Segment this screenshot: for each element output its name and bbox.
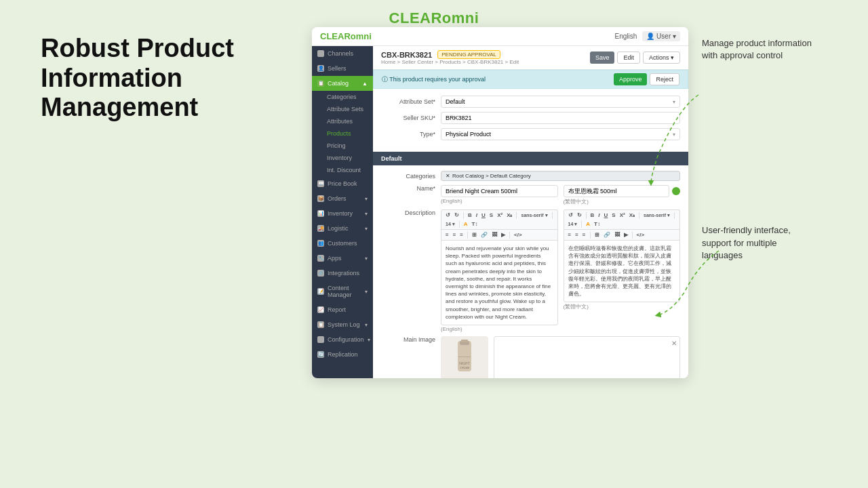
toolbar-zh-strikethrough[interactable]: S — [610, 211, 616, 219]
annotation-top-text: Manage product informationwith approval … — [702, 38, 812, 60]
hero-section: Robust Product Information Management — [41, 34, 298, 123]
toolbar-zh-more[interactable]: T↕ — [593, 220, 601, 228]
sidebar-item-replication[interactable]: 🔄 Replication — [312, 347, 373, 362]
type-input[interactable]: Physical Product ▾ — [441, 128, 680, 140]
hero-title-line2: Information Management — [41, 64, 198, 122]
toolbar-table[interactable]: ⊞ — [471, 231, 478, 239]
toolbar-zh-sep4 — [581, 221, 582, 228]
seller-sku-input[interactable]: BRK3821 — [441, 112, 680, 124]
sidebar-sub-inventory[interactable]: Inventory — [312, 152, 373, 164]
language-selector[interactable]: English — [615, 33, 637, 40]
toolbar-more[interactable]: T↕ — [471, 220, 479, 228]
toolbar-video[interactable]: ▶ — [500, 231, 507, 239]
toolbar-subscript[interactable]: X₂ — [505, 211, 513, 219]
sidebar-item-system-log[interactable]: 📋 System Log ▾ — [312, 317, 373, 332]
toolbar-zh-list1[interactable]: ≡ — [567, 231, 573, 239]
name-en-input[interactable] — [441, 185, 558, 197]
sidebar-item-channels-label: Channels — [328, 50, 353, 57]
toolbar-zh-image[interactable]: 🖼 — [613, 231, 621, 239]
sidebar-item-configuration[interactable]: ⚙ Configuration ▾ — [312, 332, 373, 347]
approve-button[interactable]: Approve — [614, 73, 648, 85]
toolbar-list1[interactable]: ≡ — [444, 231, 450, 239]
actions-label: Actions — [649, 54, 669, 61]
toolbar-zh-link[interactable]: 🔗 — [602, 231, 612, 239]
toolbar-color[interactable]: A — [462, 220, 469, 228]
approval-bar: ⓘ This product requires your approval Ap… — [373, 70, 688, 89]
sidebar-sub-attributes[interactable]: Attributes — [312, 115, 373, 127]
toolbar-strikethrough[interactable]: S — [488, 211, 494, 219]
sidebar-item-report[interactable]: 📈 Report — [312, 302, 373, 317]
toolbar-zh-source[interactable]: </> — [635, 231, 646, 239]
description-en-editor[interactable]: Nourish and rejuvenate your skin while y… — [441, 240, 558, 325]
reject-button[interactable]: Reject — [650, 73, 679, 85]
sidebar-item-sellers[interactable]: 👤 Sellers — [312, 61, 373, 76]
sidebar-item-inventory[interactable]: 📊 Inventory ▾ — [312, 206, 373, 221]
annotation-top: Manage product informationwith approval … — [702, 37, 827, 62]
toolbar-zh-video[interactable]: ▶ — [623, 231, 629, 239]
toolbar-zh-table[interactable]: ⊞ — [593, 231, 601, 239]
orders-arrow: ▾ — [365, 196, 368, 202]
sidebar-item-logistic[interactable]: 🚚 Logistic ▾ — [312, 221, 373, 236]
save-button[interactable]: Save — [590, 52, 615, 64]
attribute-set-arrow: ▾ — [673, 99, 675, 105]
editor-toolbar2-zh: ≡ ≡ ≡ ⊞ 🔗 🖼 ▶ — [564, 229, 681, 240]
sidebar-item-price-book[interactable]: 📖 Price Book — [312, 176, 373, 191]
toolbar-font[interactable]: sans-serif ▾ — [519, 212, 549, 219]
sidebar-item-channels[interactable]: ⊞ Channels — [312, 46, 373, 61]
toolbar-underline[interactable]: U — [480, 211, 487, 219]
sidebar-item-catalog[interactable]: 📋 Catalog ▲ — [312, 76, 373, 91]
user-menu[interactable]: 👤 User ▾ — [642, 31, 680, 41]
remove-category-icon[interactable]: ✕ — [446, 173, 450, 179]
toolbar-redo[interactable]: ↻ — [453, 211, 460, 219]
toolbar-link[interactable]: 🔗 — [479, 231, 489, 239]
toolbar-zh-redo[interactable]: ↻ — [576, 211, 583, 219]
sidebar-item-apps[interactable]: 🔧 Apps ▾ — [312, 251, 373, 266]
sidebar-sub-products[interactable]: Products — [312, 127, 373, 140]
toolbar-sep5 — [467, 232, 468, 239]
sidebar-item-orders[interactable]: 📦 Orders ▾ — [312, 191, 373, 206]
toolbar-italic[interactable]: I — [475, 211, 479, 219]
image-upload-area[interactable]: ✕ — [494, 336, 680, 378]
toolbar-zh-font[interactable]: sans-serif ▾ — [642, 212, 671, 219]
toolbar-image[interactable]: 🖼 — [490, 231, 498, 239]
close-image-icon[interactable]: ✕ — [671, 340, 677, 347]
sidebar-item-price-book-label: Price Book — [328, 180, 357, 187]
toolbar-source[interactable]: </> — [513, 231, 524, 239]
toolbar-list2[interactable]: ≡ — [452, 231, 458, 239]
toolbar-zh-sep2 — [639, 212, 639, 219]
toolbar-undo[interactable]: ↺ — [444, 211, 452, 219]
type-value: Physical Product — [446, 131, 491, 138]
sidebar-item-content-manager[interactable]: 📝 Content Manager ▾ — [312, 281, 373, 302]
toolbar-list3[interactable]: ≡ — [458, 231, 465, 239]
toolbar-zh-italic[interactable]: I — [597, 211, 601, 219]
sidebar-item-apps-label: Apps — [328, 255, 342, 262]
name-zh-input[interactable] — [564, 185, 670, 197]
sidebar-sub-attribute-sets[interactable]: Attribute Sets — [312, 103, 373, 115]
sidebar-sub-pricing[interactable]: Pricing — [312, 140, 373, 152]
toolbar-superscript[interactable]: X² — [496, 211, 504, 219]
sidebar-sub-int-discount[interactable]: Int. Discount — [312, 164, 373, 176]
description-zh-editor[interactable]: 在您睡眠時滋養和恢復您的皮膚。這款乳霜含有強效成分如透明質酸和肽，能深入皮膚進行… — [564, 240, 681, 302]
sidebar-item-integrations[interactable]: 🔗 Integrations — [312, 266, 373, 281]
seller-sku-label: Seller SKU* — [381, 115, 435, 121]
toolbar-zh-list3[interactable]: ≡ — [581, 231, 587, 239]
toolbar-zh-subscript[interactable]: X₂ — [628, 211, 636, 219]
attribute-set-input[interactable]: Default ▾ — [441, 96, 680, 108]
sidebar-sub-categories[interactable]: Categories — [312, 91, 373, 103]
actions-button[interactable]: Actions ▾ — [643, 52, 680, 64]
toolbar-zh-superscript[interactable]: X² — [618, 211, 627, 219]
description-zh-col: ↺ ↻ B I U S X² X₂ — [564, 209, 681, 332]
toolbar-size[interactable]: 14 ▾ — [444, 221, 456, 228]
toolbar-zh-underline[interactable]: U — [603, 211, 610, 219]
toolbar-zh-list2[interactable]: ≡ — [574, 231, 580, 239]
toolbar-zh-size[interactable]: 14 ▾ — [567, 221, 579, 228]
sidebar-item-customers[interactable]: 👥 Customers — [312, 236, 373, 251]
toolbar-zh-color[interactable]: A — [585, 220, 591, 228]
toolbar-bold[interactable]: B — [467, 211, 473, 219]
name-zh-lang: (繁體中文) — [564, 198, 681, 205]
approval-message: ⓘ This product requires your approval — [382, 75, 486, 84]
toolbar-zh-bold[interactable]: B — [589, 211, 596, 219]
screenshot-body: ⊞ Channels 👤 Sellers 📋 Catalog ▲ Cate — [312, 46, 688, 378]
toolbar-zh-undo[interactable]: ↺ — [567, 211, 574, 219]
edit-button[interactable]: Edit — [617, 52, 640, 64]
